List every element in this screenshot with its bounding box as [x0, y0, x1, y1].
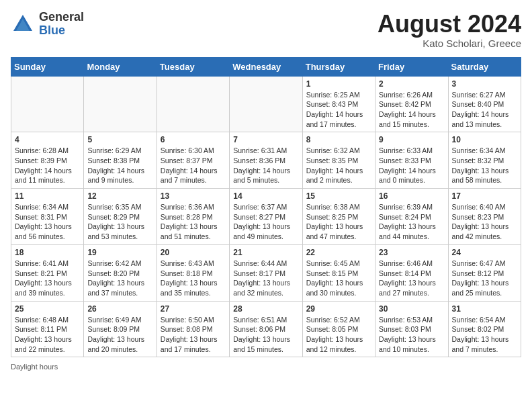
calendar-week-4: 18Sunrise: 6:41 AM Sunset: 8:21 PM Dayli… [11, 244, 521, 301]
day-number: 25 [15, 304, 80, 314]
logo-icon [11, 12, 35, 36]
daylight-note: Daylight hours [11, 363, 58, 371]
day-number: 17 [452, 191, 517, 201]
day-info: Sunrise: 6:43 AM Sunset: 8:18 PM Dayligh… [161, 259, 226, 298]
day-number: 12 [87, 191, 152, 201]
day-number: 20 [161, 248, 226, 257]
day-number: 15 [306, 191, 371, 201]
day-number: 3 [452, 79, 517, 89]
calendar-cell [157, 76, 229, 132]
day-number: 4 [15, 135, 80, 144]
day-info: Sunrise: 6:27 AM Sunset: 8:40 PM Dayligh… [452, 90, 517, 130]
day-number: 29 [306, 304, 371, 314]
calendar-week-5: 25Sunrise: 6:48 AM Sunset: 8:11 PM Dayli… [11, 301, 521, 357]
day-number: 28 [233, 304, 298, 314]
calendar-cell: 19Sunrise: 6:42 AM Sunset: 8:20 PM Dayli… [84, 244, 157, 301]
calendar-cell: 30Sunrise: 6:53 AM Sunset: 8:03 PM Dayli… [375, 301, 448, 357]
logo-text: General Blue [39, 11, 84, 38]
day-number: 21 [233, 248, 298, 257]
day-info: Sunrise: 6:51 AM Sunset: 8:06 PM Dayligh… [233, 315, 298, 355]
location: Kato Scholari, Greece [378, 38, 521, 49]
weekday-header-row: SundayMondayTuesdayWednesdayThursdayFrid… [11, 57, 521, 76]
day-info: Sunrise: 6:34 AM Sunset: 8:31 PM Dayligh… [15, 202, 80, 242]
calendar-cell: 7Sunrise: 6:31 AM Sunset: 8:36 PM Daylig… [230, 132, 302, 189]
weekday-header-saturday: Saturday [448, 57, 521, 76]
day-info: Sunrise: 6:30 AM Sunset: 8:37 PM Dayligh… [161, 146, 226, 185]
weekday-header-sunday: Sunday [11, 57, 84, 76]
day-info: Sunrise: 6:34 AM Sunset: 8:32 PM Dayligh… [452, 146, 517, 185]
calendar-cell: 3Sunrise: 6:27 AM Sunset: 8:40 PM Daylig… [448, 76, 521, 132]
weekday-header-monday: Monday [84, 57, 157, 76]
calendar-cell: 17Sunrise: 6:40 AM Sunset: 8:23 PM Dayli… [448, 189, 521, 245]
calendar-cell: 6Sunrise: 6:30 AM Sunset: 8:37 PM Daylig… [157, 132, 229, 189]
day-info: Sunrise: 6:37 AM Sunset: 8:27 PM Dayligh… [233, 202, 298, 242]
day-number: 31 [452, 304, 517, 314]
calendar-cell: 22Sunrise: 6:45 AM Sunset: 8:15 PM Dayli… [302, 244, 375, 301]
day-number: 26 [87, 304, 152, 314]
weekday-header-tuesday: Tuesday [157, 57, 229, 76]
day-number: 2 [379, 79, 444, 89]
calendar-cell: 29Sunrise: 6:52 AM Sunset: 8:05 PM Dayli… [302, 301, 375, 357]
day-number: 8 [306, 135, 371, 144]
logo-general: General [39, 11, 84, 24]
calendar-cell: 13Sunrise: 6:36 AM Sunset: 8:28 PM Dayli… [157, 189, 229, 245]
calendar-cell: 2Sunrise: 6:26 AM Sunset: 8:42 PM Daylig… [375, 76, 448, 132]
day-number: 13 [161, 191, 226, 201]
day-number: 11 [15, 191, 80, 201]
month-year: August 2024 [378, 11, 521, 38]
calendar-cell: 4Sunrise: 6:28 AM Sunset: 8:39 PM Daylig… [11, 132, 84, 189]
day-info: Sunrise: 6:52 AM Sunset: 8:05 PM Dayligh… [306, 315, 371, 355]
day-number: 27 [161, 304, 226, 314]
day-info: Sunrise: 6:35 AM Sunset: 8:29 PM Dayligh… [87, 202, 152, 242]
calendar-cell: 20Sunrise: 6:43 AM Sunset: 8:18 PM Dayli… [157, 244, 229, 301]
day-info: Sunrise: 6:42 AM Sunset: 8:20 PM Dayligh… [87, 259, 152, 298]
day-number: 9 [379, 135, 444, 144]
day-number: 23 [379, 248, 444, 257]
calendar-cell: 9Sunrise: 6:33 AM Sunset: 8:33 PM Daylig… [375, 132, 448, 189]
day-info: Sunrise: 6:39 AM Sunset: 8:24 PM Dayligh… [379, 202, 444, 242]
day-info: Sunrise: 6:47 AM Sunset: 8:12 PM Dayligh… [452, 259, 517, 298]
calendar-cell: 31Sunrise: 6:54 AM Sunset: 8:02 PM Dayli… [448, 301, 521, 357]
day-number: 10 [452, 135, 517, 144]
day-number: 18 [15, 248, 80, 257]
day-info: Sunrise: 6:53 AM Sunset: 8:03 PM Dayligh… [379, 315, 444, 355]
weekday-header-wednesday: Wednesday [230, 57, 302, 76]
day-info: Sunrise: 6:28 AM Sunset: 8:39 PM Dayligh… [15, 146, 80, 185]
day-number: 1 [306, 79, 371, 89]
logo: General Blue [11, 11, 84, 38]
calendar-table: SundayMondayTuesdayWednesdayThursdayFrid… [11, 57, 521, 358]
day-info: Sunrise: 6:36 AM Sunset: 8:28 PM Dayligh… [161, 202, 226, 242]
calendar-cell [11, 76, 84, 132]
calendar-cell: 16Sunrise: 6:39 AM Sunset: 8:24 PM Dayli… [375, 189, 448, 245]
day-number: 16 [379, 191, 444, 201]
calendar-week-1: 1Sunrise: 6:25 AM Sunset: 8:43 PM Daylig… [11, 76, 521, 132]
day-info: Sunrise: 6:29 AM Sunset: 8:38 PM Dayligh… [87, 146, 152, 185]
calendar-week-3: 11Sunrise: 6:34 AM Sunset: 8:31 PM Dayli… [11, 189, 521, 245]
calendar-cell: 21Sunrise: 6:44 AM Sunset: 8:17 PM Dayli… [230, 244, 302, 301]
day-info: Sunrise: 6:54 AM Sunset: 8:02 PM Dayligh… [452, 315, 517, 355]
calendar-cell [230, 76, 302, 132]
day-number: 14 [233, 191, 298, 201]
calendar-cell: 26Sunrise: 6:49 AM Sunset: 8:09 PM Dayli… [84, 301, 157, 357]
logo-blue: Blue [39, 24, 84, 38]
calendar-cell: 12Sunrise: 6:35 AM Sunset: 8:29 PM Dayli… [84, 189, 157, 245]
day-number: 24 [452, 248, 517, 257]
day-number: 22 [306, 248, 371, 257]
weekday-header-friday: Friday [375, 57, 448, 76]
day-info: Sunrise: 6:45 AM Sunset: 8:15 PM Dayligh… [306, 259, 371, 298]
day-number: 7 [233, 135, 298, 144]
day-info: Sunrise: 6:44 AM Sunset: 8:17 PM Dayligh… [233, 259, 298, 298]
calendar-cell: 5Sunrise: 6:29 AM Sunset: 8:38 PM Daylig… [84, 132, 157, 189]
day-info: Sunrise: 6:48 AM Sunset: 8:11 PM Dayligh… [15, 315, 80, 355]
day-info: Sunrise: 6:46 AM Sunset: 8:14 PM Dayligh… [379, 259, 444, 298]
day-info: Sunrise: 6:31 AM Sunset: 8:36 PM Dayligh… [233, 146, 298, 185]
calendar-cell: 11Sunrise: 6:34 AM Sunset: 8:31 PM Dayli… [11, 189, 84, 245]
calendar-cell: 8Sunrise: 6:32 AM Sunset: 8:35 PM Daylig… [302, 132, 375, 189]
day-info: Sunrise: 6:25 AM Sunset: 8:43 PM Dayligh… [306, 90, 371, 130]
calendar-week-2: 4Sunrise: 6:28 AM Sunset: 8:39 PM Daylig… [11, 132, 521, 189]
day-info: Sunrise: 6:40 AM Sunset: 8:23 PM Dayligh… [452, 202, 517, 242]
day-info: Sunrise: 6:50 AM Sunset: 8:08 PM Dayligh… [161, 315, 226, 355]
day-number: 19 [87, 248, 152, 257]
day-info: Sunrise: 6:38 AM Sunset: 8:25 PM Dayligh… [306, 202, 371, 242]
day-info: Sunrise: 6:32 AM Sunset: 8:35 PM Dayligh… [306, 146, 371, 185]
